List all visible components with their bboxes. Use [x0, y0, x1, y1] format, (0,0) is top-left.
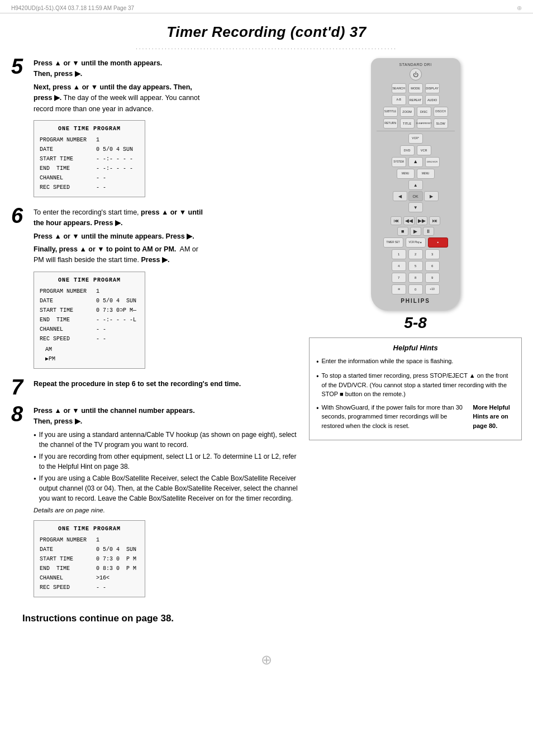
audio-button[interactable]: AUDIO — [425, 95, 440, 105]
step-badge: 5-8 — [404, 315, 426, 331]
screen3-title: ONE TIME PROGRAM — [40, 524, 139, 534]
play-button[interactable]: ▶ — [410, 227, 421, 236]
row-numpad-bot: 7 8 9 — [377, 273, 455, 283]
power-button[interactable]: ⏻ — [410, 68, 422, 80]
vcr-play-button[interactable]: VCR Play▲ — [406, 237, 426, 248]
screen3-row6: REC SPEED- - — [40, 583, 139, 592]
screen2-row3: START TIME0 7:3 0⊃P M— — [40, 306, 139, 315]
row-system: SYSTEM ▲ DISC/VCR — [377, 157, 455, 167]
row-menu-dpad: MENU MENU ▲ ◀ OK ▶ ▼ — [377, 169, 455, 215]
transport-row-2: ■ ▶ ⏸ — [377, 227, 455, 236]
dpad-left-button[interactable]: ◀ — [393, 191, 407, 201]
num-5-button[interactable]: 5 — [408, 261, 423, 271]
dotted-divider: ........................................… — [11, 44, 522, 50]
screen1-title: ONE TIME PROGRAM — [40, 124, 139, 134]
screen3-row1: PROGRAM NUMBER1 — [40, 535, 139, 545]
instructions-continue: Instructions continue on page 38. — [11, 607, 299, 635]
zoom-button[interactable]: ZOOM — [400, 107, 415, 117]
prev-chapter-button[interactable]: ⏮ — [391, 216, 402, 225]
vcr-button[interactable]: VCR — [417, 145, 431, 155]
num-8-button[interactable]: 8 — [408, 273, 423, 283]
search-button[interactable]: SEARCH — [392, 83, 406, 93]
stop-button[interactable]: ■ — [397, 227, 408, 236]
step6-line3: Finally, press ▲ or ▼ to point to AM or … — [34, 244, 299, 266]
step8-bullets: If you are using a standard antenna/Cabl… — [34, 430, 299, 503]
menu-right-button[interactable]: MENU — [417, 169, 435, 179]
page-footer: ⊕ — [0, 635, 533, 673]
num-4-button[interactable]: 4 — [392, 261, 406, 271]
screen2-row1: PROGRAM NUMBER1 — [40, 287, 139, 296]
fast-forward-button[interactable]: ▶▶ — [416, 216, 427, 225]
row-numpad-top: 1 2 3 — [377, 249, 455, 259]
num-star-button[interactable]: ⊛ — [392, 284, 406, 294]
menu-left-button[interactable]: MENU — [397, 169, 415, 179]
step5-line2: Next, press ▲ or ▼ until the day appears… — [34, 82, 299, 115]
screen3-row5: CHANNEL>16< — [40, 573, 139, 583]
hint-3: With ShowGuard, if the power fails for m… — [316, 403, 515, 431]
step5-line1: Press ▲ or ▼ until the month appears.The… — [34, 58, 299, 80]
page-header: H9420UD(p1-51).QX4 03.7.18 11:59 AM Page… — [0, 0, 533, 13]
next-chapter-button[interactable]: ⏭ — [429, 216, 440, 225]
num-0-button[interactable]: 0 — [408, 284, 423, 294]
menu-up-button[interactable]: ▲ — [408, 157, 423, 167]
vcr-star-button[interactable]: VCR* — [408, 134, 423, 144]
disc-vcr-button[interactable]: DISC/VCR — [425, 157, 440, 167]
num-2-button[interactable]: 2 — [408, 249, 423, 259]
num-7-button[interactable]: 7 — [392, 273, 406, 283]
disc-button[interactable]: DISC — [417, 107, 431, 117]
screen-box-3: ONE TIME PROGRAM PROGRAM NUMBER1 DATE0 5… — [34, 520, 145, 597]
main-layout: 5 Press ▲ or ▼ until the month appears.T… — [0, 58, 533, 635]
num-6-button[interactable]: 6 — [425, 261, 440, 271]
disc-ch-button[interactable]: DISC/CH — [434, 107, 448, 117]
bullet-3: If you are using a Cable Box/Satellite R… — [34, 473, 299, 503]
screen-box-1: ONE TIME PROGRAM PROGRAM NUMBER1 DATE0 5… — [34, 120, 145, 197]
dpad-empty-tr — [424, 180, 439, 190]
system-button[interactable]: SYSTEM — [392, 157, 406, 167]
dpad: ▲ ◀ OK ▶ ▼ — [393, 180, 439, 212]
subtitle-button[interactable]: SUBTITLE — [383, 107, 398, 117]
header-crosshair: ⊕ — [517, 4, 522, 12]
step-8-content: Press ▲ or ▼ until the channel number ap… — [34, 406, 299, 600]
dpad-right-button[interactable]: ▶ — [424, 191, 439, 201]
row-timer-record: TIMER SET VCR Play▲ ● — [377, 237, 455, 248]
repeat-ab-button[interactable]: A-B — [392, 95, 406, 105]
step8-details: Details are on page nine. — [34, 506, 299, 516]
screen3-row3: START TIME0 7:3 0 P M — [40, 554, 139, 564]
title-button[interactable]: TITLE — [400, 118, 415, 129]
dpad-up-button[interactable]: ▲ — [408, 180, 423, 190]
dpad-ok-button[interactable]: OK — [408, 191, 423, 201]
dpad-down-button[interactable]: ▼ — [408, 202, 423, 212]
num-3-button[interactable]: 3 — [425, 249, 440, 259]
screen1-row1: PROGRAM NUMBER1 — [40, 135, 139, 145]
step7-line1: Repeat the procedure in step 6 to set th… — [34, 379, 299, 389]
step-5-block: 5 Press ▲ or ▼ until the month appears.T… — [11, 58, 299, 199]
screen2-row6: REC SPEED- - — [40, 334, 139, 344]
record-button[interactable]: ● — [428, 237, 448, 248]
row-dvd-vcr: DVD VCR — [377, 145, 455, 155]
dvd-button[interactable]: DVD — [400, 145, 415, 155]
step-5-number: 5 — [11, 56, 29, 77]
dpad-empty-bl — [393, 202, 407, 212]
mode-button[interactable]: MODE — [408, 83, 423, 93]
step-5-content: Press ▲ or ▼ until the month appears.The… — [34, 58, 299, 199]
remote-brand: PHILIPS — [377, 298, 455, 304]
repeat-button[interactable]: REPEAT — [408, 95, 423, 105]
screen2-row5: CHANNEL- - — [40, 325, 139, 334]
return-button[interactable]: RETURN — [383, 118, 398, 129]
clear-reset-button[interactable]: CLEAR/RESET — [417, 118, 431, 129]
screen3-row4: END TIME0 8:3 0 P M — [40, 564, 139, 573]
row-numpad-mid: 4 5 6 — [377, 261, 455, 271]
left-column: 5 Press ▲ or ▼ until the month appears.T… — [11, 58, 299, 635]
num-1-button[interactable]: 1 — [392, 249, 406, 259]
slow-button[interactable]: SLOW — [434, 118, 448, 129]
bullet-1: If you are using a standard antenna/Cabl… — [34, 430, 299, 450]
display-button[interactable]: DISPLAY — [425, 83, 440, 93]
pause-button[interactable]: ⏸ — [423, 227, 434, 236]
helpful-hints-box: Helpful Hints Enter the information whil… — [309, 337, 522, 440]
screen1-row3: START TIME- -:- - - - — [40, 154, 139, 164]
step-7-content: Repeat the procedure in step 6 to set th… — [34, 379, 299, 392]
rewind-button[interactable]: ◀◀ — [403, 216, 415, 225]
num-hash-button[interactable]: +10 — [425, 284, 440, 294]
num-9-button[interactable]: 9 — [425, 273, 440, 283]
timer-set-button[interactable]: TIMER SET — [383, 237, 403, 248]
